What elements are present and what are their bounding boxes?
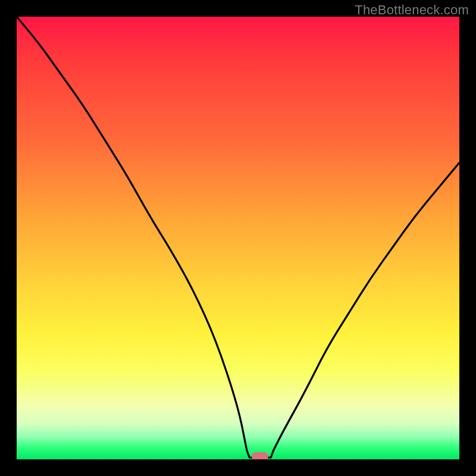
- plot-area: [17, 17, 459, 459]
- optimal-marker: [252, 452, 268, 459]
- bottleneck-curve: [17, 17, 459, 459]
- chart-frame: TheBottleneck.com: [0, 0, 476, 476]
- watermark-text: TheBottleneck.com: [355, 2, 469, 18]
